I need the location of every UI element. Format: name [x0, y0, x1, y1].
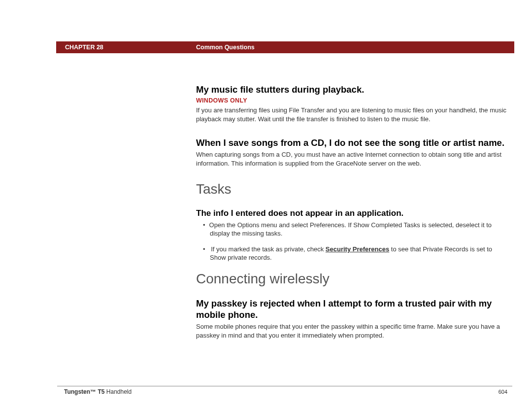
question-heading-info: The info I entered does not appear in an…: [196, 208, 507, 218]
question-heading-passkey: My passkey is rejected when I attempt to…: [196, 298, 507, 320]
answer-passkey: Some mobile phones require that you ente…: [196, 322, 507, 340]
product-name-rest: Handheld: [104, 388, 132, 395]
page-number: 604: [499, 389, 507, 395]
main-content: My music file stutters during playback. …: [196, 84, 507, 340]
bullet-item: If you marked the task as private, check…: [196, 245, 507, 262]
bullet-list-tasks: Open the Options menu and select Prefere…: [196, 221, 507, 262]
windows-only-label: WINDOWS ONLY: [196, 97, 507, 104]
page-footer: Tungsten™ T5 Handheld 604: [57, 386, 512, 395]
section-label: Common Questions: [196, 44, 255, 51]
question-heading-stutter: My music file stutters during playback.: [196, 84, 507, 95]
section-title-wireless: Connecting wirelessly: [196, 271, 507, 287]
question-heading-cd: When I save songs from a CD, I do not se…: [196, 137, 507, 148]
product-name-bold: Tungsten™ T5: [64, 388, 104, 395]
product-name: Tungsten™ T5 Handheld: [64, 388, 132, 395]
bullet-item: Open the Options menu and select Prefere…: [196, 221, 507, 238]
chapter-header-bar: CHAPTER 28 Common Questions: [56, 41, 514, 53]
security-preferences-link[interactable]: Security Preferences: [326, 245, 389, 253]
chapter-label: CHAPTER 28: [65, 44, 103, 51]
answer-cd: When capturing songs from a CD, you must…: [196, 150, 507, 168]
bullet-text-a: If you marked the task as private, check: [211, 245, 326, 253]
section-title-tasks: Tasks: [196, 181, 507, 197]
answer-stutter: If you are transferring files using File…: [196, 106, 507, 123]
